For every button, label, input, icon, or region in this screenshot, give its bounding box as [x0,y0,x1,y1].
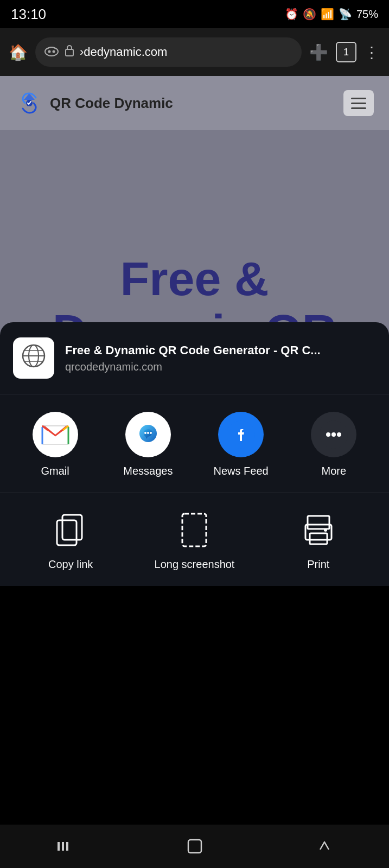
tab-switcher-button[interactable]: 1 [336,42,356,62]
recents-button[interactable] [315,837,334,856]
back-button[interactable] [55,837,75,856]
share-sheet: Free & Dynamic QR Code Generator - QR C.… [0,322,389,586]
svg-point-17 [150,432,152,434]
battery-text: 75% [356,8,378,21]
hamburger-line-1 [351,98,366,99]
site-header: QR Code Dynamic [0,76,389,130]
logo-icon [15,89,43,117]
svg-rect-25 [182,514,206,546]
svg-point-2 [53,50,55,53]
url-preview-info: Free & Dynamic QR Code Generator - QR C.… [65,343,376,373]
messages-label: Messages [123,465,173,477]
gmail-label: Gmail [41,465,69,477]
svg-rect-23 [57,520,76,545]
share-app-gmail[interactable]: Gmail [23,412,88,477]
url-preview-icon-wrap [13,337,54,379]
url-bar[interactable]: ›dedynamic.com [35,37,302,67]
svg-rect-31 [62,842,64,851]
svg-point-29 [324,528,327,532]
long-screenshot-action[interactable]: Long screenshot [132,510,256,571]
lock-icon [65,44,74,60]
copy-link-label: Copy link [48,558,93,571]
svg-point-16 [147,432,149,434]
share-app-newsfeed[interactable]: News Feed [208,412,273,477]
long-screenshot-label: Long screenshot [155,558,235,571]
svg-rect-3 [66,49,73,56]
copy-link-action[interactable]: Copy link [9,510,132,571]
incognito-icon [44,44,59,60]
wifi-icon: 📶 [321,8,334,21]
svg-rect-27 [310,533,327,544]
facebook-icon [218,412,264,457]
home-button[interactable] [185,837,205,856]
share-apps-row: Gmail [0,394,389,493]
url-preview-url: qrcodedynamic.com [65,361,376,373]
url-preview: Free & Dynamic QR Code Generator - QR C.… [0,322,389,394]
newsfeed-label: News Feed [214,465,269,477]
svg-point-22 [337,432,341,437]
print-icon [299,510,338,550]
svg-rect-32 [66,842,68,851]
gmail-icon [33,412,78,457]
copy-link-icon [51,510,90,550]
hamburger-line-3 [351,107,366,109]
svg-point-1 [48,50,51,53]
tab-count: 1 [343,47,349,58]
bottom-nav [0,825,389,868]
site-logo-text: QR Code Dynamic [50,95,173,112]
hamburger-button[interactable] [343,90,374,116]
svg-point-20 [326,432,330,437]
hamburger-line-2 [351,103,366,104]
browser-bar: 🏠 ›dedynamic.com ➕ 1 ⋮ [0,28,389,76]
url-preview-title: Free & Dynamic QR Code Generator - QR C.… [65,343,376,358]
status-time: 13:10 [11,6,46,23]
long-screenshot-icon [175,510,214,550]
share-app-messages[interactable]: Messages [116,412,181,477]
messages-icon [125,412,171,457]
new-tab-icon[interactable]: ➕ [309,43,328,61]
svg-point-15 [144,432,146,434]
share-actions-row: Copy link Long screenshot [0,493,389,586]
status-bar: 13:10 ⏰ 🔕 📶 📡 75% [0,0,389,28]
site-logo: QR Code Dynamic [15,89,173,117]
globe-icon [21,343,46,373]
svg-rect-33 [188,840,201,853]
browser-menu-icon[interactable]: ⋮ [364,43,380,61]
svg-rect-26 [308,516,329,529]
url-display[interactable]: ›dedynamic.com [80,45,293,59]
alarm-icon: ⏰ [285,8,298,21]
svg-point-21 [331,432,336,437]
status-icons: ⏰ 🔕 📶 📡 75% [285,8,378,21]
page-background: QR Code Dynamic Free & Dynamic QR Code G… [0,76,389,586]
more-icon [311,412,356,457]
more-label: More [322,465,347,477]
svg-rect-24 [62,515,82,540]
print-action[interactable]: Print [257,510,380,571]
svg-rect-30 [58,842,60,851]
share-app-more[interactable]: More [301,412,366,477]
print-label: Print [307,558,329,571]
signal-icon: 📡 [339,8,352,21]
mute-icon: 🔕 [303,8,316,21]
home-icon[interactable]: 🏠 [9,43,28,61]
